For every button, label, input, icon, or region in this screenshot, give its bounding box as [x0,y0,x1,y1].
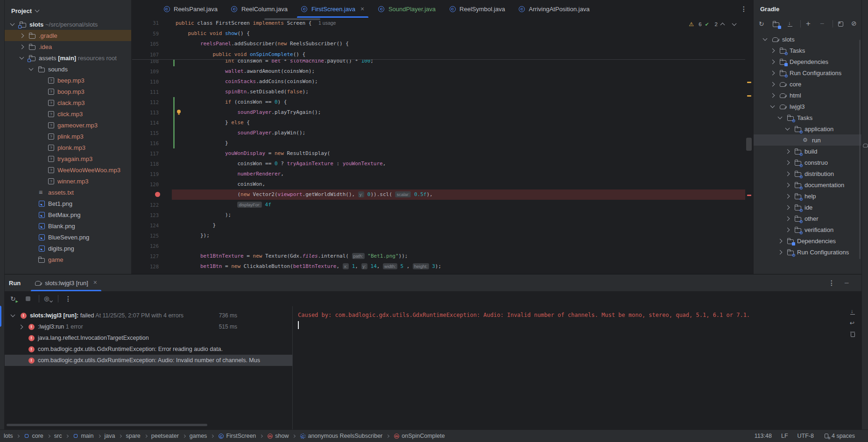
code-text[interactable]: reelsPanel.addSubscriber(new ReelsSubscr… [176,39,349,49]
line-number[interactable] [132,189,163,200]
code-text[interactable]: coinsWon, [176,179,265,189]
trash-icon[interactable] [849,330,856,338]
code-text[interactable]: coinStacks.addCoins(coinsWon); [176,77,318,87]
gutter[interactable] [163,39,176,49]
chevron-right-icon[interactable] [785,182,790,187]
line-number[interactable]: 111 [132,87,163,97]
gradle-tree-row[interactable]: ⚙Tasks [754,45,861,56]
error-stripe[interactable] [745,18,753,274]
gradle-tree-row[interactable]: lwjgl3 [754,101,861,112]
project-tree-row[interactable]: WeeWooWeeWoo.mp3 [5,164,131,175]
breadcrumb-item[interactable]: onSpinComplete [393,433,445,439]
horizontal-scrollbar-thumb[interactable] [264,18,320,20]
code-text[interactable]: ); [176,210,231,220]
bulb-icon[interactable] [176,109,183,116]
project-tree-row[interactable]: click.mp3 [5,108,131,119]
gradle-tree-row[interactable]: ⚙Tasks [754,112,861,123]
chevron-right-icon[interactable] [19,324,23,329]
gradle-tree-row[interactable]: ⚙Run Configurations [754,67,861,78]
run-tree-row[interactable]: java.lang.reflect.InvocationTargetExcept… [5,332,292,344]
line-number[interactable]: 59 [132,28,163,39]
line-number[interactable]: 116 [132,138,163,148]
gutter[interactable] [163,118,176,128]
chevron-down-icon[interactable] [20,55,24,60]
line-number[interactable]: 126 [132,241,163,251]
minimize-icon[interactable] [844,279,851,287]
code-text[interactable]: (new Vector2(viewport.getWorldWidth(), y… [176,189,433,200]
gradle-tree-row[interactable]: ⚙help [754,190,861,202]
chevron-right-icon[interactable] [770,48,775,53]
error-stripe-mark[interactable] [747,195,751,196]
gutter[interactable] [163,148,176,159]
line-number[interactable]: 109 [132,66,163,77]
tab-arrivingatposition-java[interactable]: ArrivingAtPosition.java [512,0,596,18]
code-text[interactable]: numberRenderer, [176,169,284,179]
rerun-icon[interactable] [10,295,17,302]
gutter[interactable] [163,159,176,169]
chevron-right-icon[interactable] [785,149,790,154]
project-tree-row[interactable]: plink.mp3 [5,131,131,142]
code-text[interactable]: bet1BtnTexture = new Texture(Gdx.files.i… [176,251,408,261]
chevron-down-icon[interactable] [10,21,15,26]
line-number[interactable]: 105 [132,39,163,49]
line-number[interactable]: 120 [132,179,163,189]
warning-stripe-mark[interactable] [747,95,751,97]
breadcrumb-item[interactable]: peetseater [151,433,179,439]
line-number[interactable]: 123 [132,210,163,220]
code-line[interactable]: 105 reelsPanel.addSubscriber(new ReelsSu… [132,39,745,49]
run-tree-row[interactable]: :lwjgl3:run 1 error515 ms [5,321,292,332]
gutter[interactable] [163,49,176,60]
code-text[interactable]: bet1Btn = new ClickableButton(bet1BtnTex… [176,261,441,272]
code-text[interactable]: wallet.awardAmount(coinsWon); [176,66,315,77]
left-toolwindow-stripe[interactable] [0,0,5,429]
runtool-icon[interactable] [837,20,844,28]
stop-icon[interactable] [24,295,32,302]
project-tree-row[interactable]: .gradle [5,30,131,41]
gradle-tree-row[interactable]: ⚙ide [754,202,861,213]
gradle-toolwindow-icon[interactable] [863,142,868,148]
run-tab[interactable]: slots:lwjgl3 [run] [31,274,101,291]
tab-firstscreen-java[interactable]: FirstScreen.java [294,0,371,18]
run-tree-row[interactable]: com.badlogic.gdx.utils.GdxRuntimeExcepti… [5,355,292,366]
code-text[interactable]: spinBtn.setDisabled(false); [176,87,309,97]
project-tree-row[interactable]: game [5,254,131,265]
code-line[interactable]: 111 spinBtn.setDisabled(false); [132,87,745,97]
project-tree-row[interactable]: assets.txt [5,187,131,198]
code-text[interactable]: } [176,138,228,148]
gutter[interactable] [163,169,176,179]
gutter[interactable] [163,251,176,261]
breadcrumb-item[interactable]: src [54,433,62,439]
gradle-tree-row[interactable]: Dependencies [754,56,861,67]
tab-reelspanel-java[interactable]: ReelsPanel.java [156,0,224,18]
code-line[interactable]: 124 } [132,220,745,231]
project-tree-row[interactable]: clack.mp3 [5,97,131,108]
breadcrumb-item[interactable]: anonymous ReelsSubscriber [299,433,382,439]
code-line[interactable]: 116 } [132,138,745,148]
tab-soundplayer-java[interactable]: SoundPlayer.java [371,0,442,18]
code-text[interactable]: } [176,220,216,231]
code-text[interactable]: }); [176,231,210,241]
chevron-down-icon[interactable] [778,115,783,119]
code-line[interactable]: 115 soundPlayer.playWin(); [132,128,745,138]
gradle-tree-row[interactable]: ⚙distribution [754,168,861,179]
gradle-scrollbar-thumb[interactable] [859,40,861,259]
project-tree-row[interactable]: tryagain.mp3 [5,153,131,164]
breadcrumb-item[interactable]: core [23,433,43,439]
gutter[interactable] [163,220,176,231]
code-line[interactable]: 120 coinsWon, [132,179,745,189]
line-number[interactable]: 31 [132,18,163,28]
project-tree-row[interactable]: BetMax.png [5,209,131,220]
line-number[interactable]: 124 [132,220,163,231]
project-tree-row[interactable]: plonk.mp3 [5,142,131,153]
chevron-right-icon[interactable] [778,239,783,243]
run-console[interactable]: Caused by: com.badlogic.gdx.utils.GdxRun… [293,306,847,429]
run-tree-row[interactable]: com.badlogic.gdx.utils.GdxRuntimeExcepti… [5,344,292,355]
gradle-tree-row[interactable]: ⚙Run Configurations [754,246,861,258]
code-line[interactable]: 127 bet1BtnTexture = new Texture(Gdx.fil… [132,251,745,261]
chevron-right-icon[interactable] [785,160,790,165]
tab-options-kebab-icon[interactable] [738,5,746,13]
gutter[interactable] [163,189,176,200]
code-line[interactable]: 126 [132,241,745,251]
code-text[interactable]: if (coinsWon == 0) { [176,97,287,107]
gutter[interactable] [163,107,176,118]
